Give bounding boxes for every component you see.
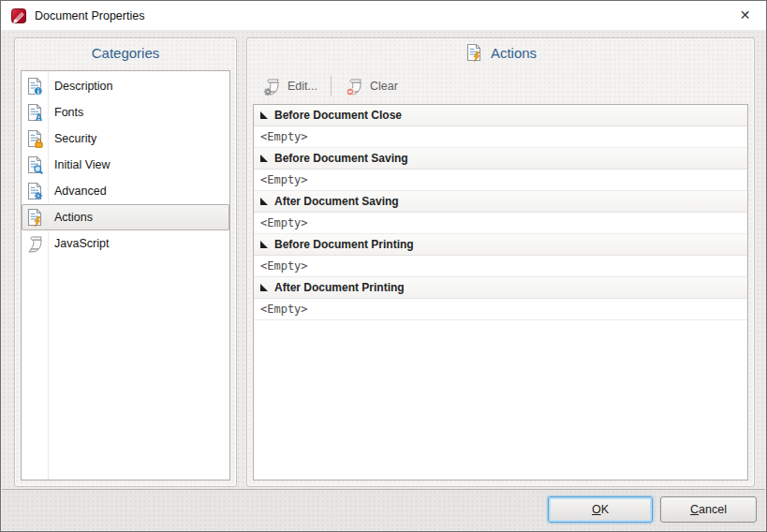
action-group-label: After Document Saving <box>274 195 399 208</box>
document-properties-dialog: Document Properties ✕ Categories iDescri… <box>0 0 767 532</box>
collapse-triangle-icon <box>260 111 268 119</box>
action-group-label: After Document Printing <box>274 281 405 294</box>
ok-button[interactable]: OK <box>548 496 653 523</box>
category-item-actions[interactable]: Actions <box>22 204 229 230</box>
cancel-button[interactable]: Cancel <box>660 496 757 523</box>
actions-icon <box>22 208 48 227</box>
security-icon <box>22 129 48 148</box>
dialog-content: Categories iDescriptionAFontsSecurityIni… <box>2 30 765 530</box>
svg-text:i: i <box>37 87 39 96</box>
category-item-javascript[interactable]: JavaScript <box>22 230 229 257</box>
action-group-header-after-document-saving[interactable]: After Document Saving <box>254 191 747 213</box>
clear-action-button[interactable]: Clear <box>336 75 406 98</box>
edit-action-button[interactable]: Edit... <box>254 75 326 98</box>
category-label: Actions <box>54 211 93 224</box>
svg-text:A: A <box>35 111 42 122</box>
action-group-header-before-document-close[interactable]: Before Document Close <box>254 105 747 126</box>
category-label: Fonts <box>54 106 83 119</box>
clear-action-icon <box>345 77 364 96</box>
initial-view-icon <box>22 155 48 174</box>
actions-list: Before Document Close<Empty>Before Docum… <box>253 104 748 480</box>
dialog-footer: OK Cancel <box>2 489 765 530</box>
categories-panel-title: Categories <box>15 38 236 66</box>
javascript-icon <box>22 234 48 254</box>
collapse-triangle-icon <box>260 284 268 291</box>
description-icon: i <box>22 77 48 96</box>
categories-list: iDescriptionAFontsSecurityInitial ViewAd… <box>21 70 230 480</box>
action-group-header-before-document-saving[interactable]: Before Document Saving <box>254 148 747 170</box>
close-icon[interactable]: ✕ <box>724 1 766 29</box>
category-item-security[interactable]: Security <box>22 126 229 152</box>
actions-panel: Actions Edit... Clear Before Document Cl… <box>246 37 755 487</box>
categories-panel: Categories iDescriptionAFontsSecurityIni… <box>14 37 237 487</box>
action-group-header-before-document-printing[interactable]: Before Document Printing <box>254 234 747 256</box>
category-item-advanced[interactable]: Advanced <box>22 178 229 204</box>
action-group-value-after-document-printing[interactable]: <Empty> <box>254 299 747 320</box>
action-group-header-after-document-printing[interactable]: After Document Printing <box>254 277 747 299</box>
action-group-label: Before Document Saving <box>274 152 408 165</box>
category-item-description[interactable]: iDescription <box>22 73 229 99</box>
window-title: Document Properties <box>35 9 144 22</box>
category-label: Security <box>54 132 96 145</box>
action-group-value-before-document-saving[interactable]: <Empty> <box>254 170 747 191</box>
collapse-triangle-icon <box>260 155 268 162</box>
app-logo-icon <box>11 8 26 23</box>
collapse-triangle-icon <box>260 241 268 248</box>
actions-panel-title: Actions <box>247 38 754 66</box>
action-group-value-before-document-printing[interactable]: <Empty> <box>254 256 747 277</box>
category-item-initial-view[interactable]: Initial View <box>22 152 229 178</box>
fonts-icon: A <box>22 103 48 122</box>
actions-toolbar: Edit... Clear <box>254 73 747 99</box>
toolbar-divider <box>331 76 332 96</box>
action-group-label: Before Document Printing <box>274 238 414 251</box>
title-bar: Document Properties ✕ <box>1 1 766 30</box>
action-group-value-after-document-saving[interactable]: <Empty> <box>254 213 747 234</box>
category-label: Initial View <box>54 158 111 171</box>
action-group-label: Before Document Close <box>274 109 402 122</box>
collapse-triangle-icon <box>260 198 268 205</box>
advanced-icon <box>22 182 48 200</box>
category-label: Description <box>54 80 113 93</box>
action-group-value-before-document-close[interactable]: <Empty> <box>254 126 747 148</box>
category-item-fonts[interactable]: AFonts <box>22 99 229 126</box>
category-label: JavaScript <box>54 237 109 250</box>
actions-icon <box>465 43 484 63</box>
category-label: Advanced <box>54 185 107 198</box>
edit-action-icon <box>262 77 282 96</box>
